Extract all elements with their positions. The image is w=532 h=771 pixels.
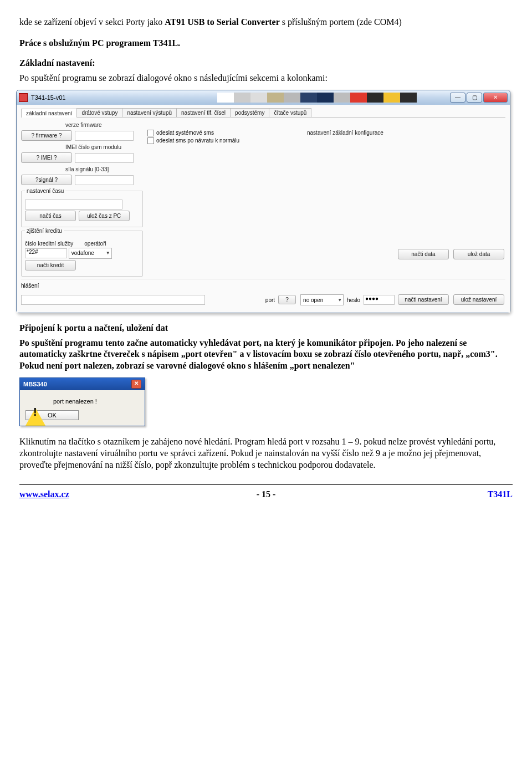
operator-combo[interactable]: vodafone ▼: [69, 248, 112, 259]
intro-post: s příslušným portem (zde COM4): [280, 17, 402, 27]
color-swatch: [234, 93, 250, 103]
time-group: nastavení času načti čas ulož čas z PC: [21, 191, 143, 227]
color-swatch: [267, 93, 284, 103]
label-credit-number: číslo kreditní služby: [25, 241, 73, 247]
minimize-button[interactable]: —: [450, 93, 466, 103]
time-group-legend: nastavení času: [25, 188, 65, 194]
color-swatch: [334, 93, 350, 103]
footer-divider: [19, 484, 513, 485]
close-icon[interactable]: ✕: [131, 380, 141, 389]
chevron-down-icon: ▼: [337, 298, 342, 303]
dialog-titlebar: MBS340 ✕: [20, 378, 145, 390]
color-swatch: [400, 93, 417, 103]
heading-program: Práce s obslužným PC programem T341L.: [19, 38, 513, 48]
checkbox-system-sms[interactable]: odeslat systémové sms: [147, 130, 303, 136]
port-question-button[interactable]: ?: [278, 295, 296, 304]
checkbox-return-sms[interactable]: odeslat sms po návratu k normálu: [147, 137, 303, 144]
operator-value: vodafone: [71, 250, 94, 256]
signal-button[interactable]: ?signál ?: [21, 175, 72, 185]
intro-bold: AT91 USB to Serial Converter: [165, 17, 280, 27]
paragraph-after-start: Po spuštění programu se zobrazí dialogov…: [19, 73, 513, 84]
imei-button[interactable]: ? IMEI ?: [21, 152, 72, 163]
tabs-row: základní nastavenídrátové vstupynastaven…: [21, 108, 505, 118]
credit-number-input[interactable]: *22#: [25, 248, 67, 258]
heading-basic-settings: Základní nastavení:: [19, 58, 513, 68]
read-data-button[interactable]: načti data: [398, 249, 449, 259]
chevron-down-icon: ▼: [106, 251, 110, 256]
read-time-button[interactable]: načti čas: [25, 211, 76, 221]
color-swatch: [217, 93, 234, 103]
paragraph-port-search: Po spuštění programu tento začne automat…: [19, 338, 513, 372]
time-value[interactable]: [25, 200, 122, 210]
maximize-button[interactable]: ▢: [467, 93, 482, 103]
firmware-value: [75, 131, 134, 141]
port-not-found-dialog: MBS340 ✕ ! port nenalezen ! OK: [19, 377, 145, 426]
color-swatch: [350, 93, 367, 103]
port-combo[interactable]: no open ▼: [300, 294, 344, 305]
label-heslo: heslo: [347, 297, 360, 303]
color-swatch: [284, 93, 300, 103]
label-imei: IMEI číslo gsm modulu: [65, 144, 143, 150]
port-value: no open: [303, 297, 323, 303]
app-icon: [19, 93, 28, 102]
save-settings-button[interactable]: ulož nastavení: [453, 294, 504, 305]
checkbox-label-return-sms: odeslat sms po návratu k normálu: [156, 137, 239, 144]
save-time-button[interactable]: ulož čas z PC: [79, 211, 130, 221]
intro-paragraph: kde se zařízení objeví v sekci Porty jak…: [19, 17, 513, 28]
dialog-title: MBS340: [23, 381, 47, 387]
color-swatch: [383, 93, 400, 103]
app-title: T341-15-v01: [31, 94, 65, 101]
password-input[interactable]: ●●●●: [364, 295, 395, 305]
app-window: T341-15-v01 — ▢ ✕ základní nastavenídrát…: [16, 90, 510, 313]
firmware-button[interactable]: ? firmware ?: [21, 130, 72, 141]
tab-1[interactable]: drátové vstupy: [76, 108, 122, 117]
tab-0[interactable]: základní nastavení: [21, 109, 77, 118]
read-settings-button[interactable]: načti nastavení: [398, 294, 449, 305]
intro-pre: kde se zařízení objeví v sekci Porty jak…: [19, 17, 165, 27]
tab-4[interactable]: podsystémy: [230, 108, 269, 117]
label-firmware: verze firmware: [65, 122, 143, 128]
checkbox-label-sys-sms: odeslat systémové sms: [156, 130, 214, 136]
save-data-button[interactable]: ulož data: [453, 249, 504, 259]
close-button[interactable]: ✕: [483, 93, 508, 103]
color-swatch: [300, 93, 317, 103]
app-titlebar: T341-15-v01 — ▢ ✕: [17, 90, 510, 105]
footer-url[interactable]: www.selax.cz: [19, 489, 69, 499]
heading-port-connect: Připojení k portu a načtení, uložení dat: [19, 323, 513, 333]
footer-product: T341L: [488, 489, 513, 499]
label-hlaseni: hlášení: [21, 283, 39, 289]
color-swatch: [250, 93, 267, 103]
read-credit-button[interactable]: načti kredit: [25, 260, 76, 270]
dialog-message: port nenalezen !: [53, 398, 97, 405]
color-swatch: [367, 93, 383, 103]
checkbox-box: [147, 130, 154, 136]
paragraph-retry-search: Kliknutím na tlačítko s otazníkem je zah…: [19, 436, 513, 471]
tab-5[interactable]: čítače vstupů: [269, 108, 311, 117]
footer-page: - 15 -: [257, 489, 276, 499]
label-signal: síla signálu [0-33]: [65, 166, 143, 172]
credit-group: zjištění kreditu číslo kreditní služby o…: [21, 231, 143, 277]
label-operators: operátoři: [84, 241, 106, 247]
checkbox-box: [147, 137, 154, 144]
signal-value: [75, 175, 134, 185]
tab-2[interactable]: nastavení výstupů: [122, 108, 177, 117]
credit-group-legend: zjištění kreditu: [25, 228, 64, 234]
hlaseni-input[interactable]: [21, 295, 205, 305]
imei-value: [75, 153, 134, 163]
tab-3[interactable]: nastavení tlf. čísel: [176, 108, 231, 117]
color-swatch: [317, 93, 334, 103]
color-swatches: [217, 93, 417, 103]
label-port: port: [265, 297, 275, 303]
label-basic-config: nastavení základní konfigurace: [307, 130, 505, 136]
